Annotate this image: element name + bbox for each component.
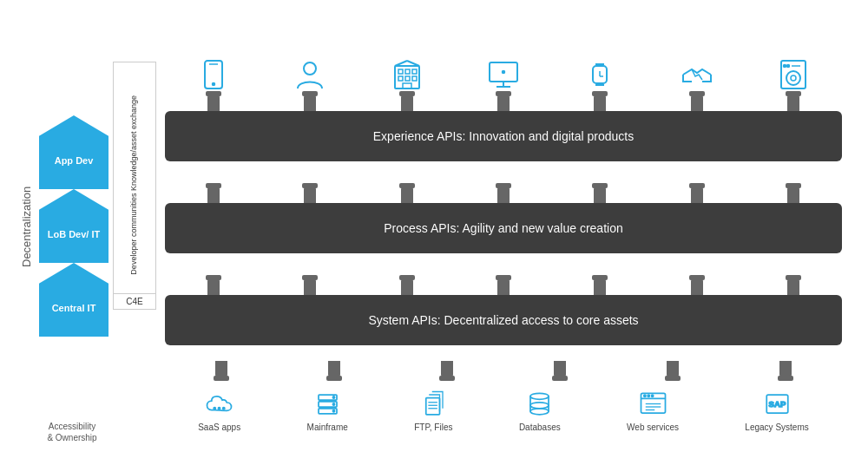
ftp-icon-item: FTP, Files: [414, 389, 452, 432]
connector: [497, 187, 510, 203]
svg-rect-10: [412, 76, 417, 81]
connector-bottom: [779, 361, 792, 377]
monitor-icon-item: [486, 57, 521, 92]
connector-bottom: [554, 361, 566, 377]
experience-api-bar: Experience APIs: Innovation and digital …: [165, 111, 842, 161]
connector: [787, 279, 799, 295]
connector: [207, 279, 220, 295]
svg-point-44: [530, 408, 549, 414]
dev-exchange-column: Developer communities Knowledge/asset ex…: [113, 62, 156, 309]
process-api-label: Process APIs: Agility and new value crea…: [384, 221, 622, 235]
bottom-section: SaaS apps Mainframe: [156, 361, 851, 439]
bottom-icons-row: SaaS apps Mainframe: [156, 380, 851, 439]
arrows-column: App Dev LoB Dev/ IT Central IT Accessibi…: [35, 14, 113, 439]
svg-point-31: [223, 407, 226, 409]
top-connectors-experience: [165, 92, 842, 111]
system-api-layer: System APIs: Decentralized access to cor…: [165, 276, 842, 361]
svg-point-25: [791, 75, 796, 81]
experience-api-layer: Experience APIs: Innovation and digital …: [165, 92, 842, 177]
system-api-bar: System APIs: Decentralized access to cor…: [165, 295, 842, 345]
svg-rect-5: [398, 69, 403, 74]
connector: [497, 95, 510, 111]
connector: [207, 95, 220, 111]
web-services-icon-item: Web services: [627, 389, 679, 432]
svg-point-36: [332, 403, 335, 405]
saas-icon-item: SaaS apps: [198, 389, 240, 432]
svg-rect-7: [412, 69, 417, 74]
saas-label: SaaS apps: [198, 423, 240, 432]
ftp-label: FTP, Files: [414, 423, 452, 432]
web-services-label: Web services: [627, 423, 679, 432]
system-api-label: System APIs: Decentralized access to cor…: [368, 313, 638, 327]
svg-point-24: [786, 71, 800, 85]
main-content: Experience APIs: Innovation and digital …: [156, 14, 851, 439]
central-it-label: Central IT: [52, 285, 96, 314]
svg-point-47: [643, 395, 646, 397]
svg-rect-9: [405, 76, 410, 81]
user-icon: [293, 57, 327, 92]
handshake-icon: [680, 57, 714, 92]
connector: [691, 279, 703, 295]
watch-icon: [582, 57, 617, 92]
connector: [497, 279, 510, 295]
svg-point-49: [651, 395, 654, 397]
connector: [787, 187, 799, 203]
connector-bottom: [667, 361, 679, 377]
databases-label: Databases: [519, 423, 561, 432]
svg-rect-8: [398, 76, 403, 81]
top-connectors-system: [165, 276, 842, 295]
building-icon: [390, 57, 424, 92]
experience-api-label: Experience APIs: Innovation and digital …: [373, 129, 634, 143]
svg-text:SAP: SAP: [768, 399, 786, 409]
arrow-lob-dev: LoB Dev/ IT: [39, 191, 108, 263]
layers-section: Experience APIs: Innovation and digital …: [156, 92, 851, 361]
connector: [401, 279, 413, 295]
watch-icon-item: [582, 57, 617, 92]
connector: [207, 187, 220, 203]
connector: [304, 187, 316, 203]
user-icon-item: [293, 57, 327, 92]
svg-point-26: [784, 64, 786, 67]
lob-dev-label: LoB Dev/ IT: [48, 212, 101, 240]
svg-point-35: [332, 396, 335, 398]
svg-rect-38: [426, 397, 440, 414]
building-icon-item: [390, 57, 424, 92]
databases-icon-item: Databases: [519, 389, 561, 432]
connector: [594, 95, 606, 111]
svg-rect-6: [405, 69, 410, 74]
handshake-icon-item: [680, 57, 714, 92]
process-api-layer: Process APIs: Agility and new value crea…: [165, 184, 842, 269]
mobile-device-icon-item: [196, 57, 231, 92]
svg-point-17: [502, 70, 504, 73]
svg-point-42: [530, 393, 549, 399]
accessibility-label: Accessibility& Ownership: [33, 421, 111, 443]
process-api-bar: Process APIs: Agility and new value crea…: [165, 203, 842, 253]
mainframe-label: Mainframe: [307, 423, 348, 432]
monitor-icon: [486, 57, 521, 92]
legacy-icon-item: SAP Legacy Systems: [745, 389, 808, 432]
washer-icon-item: [776, 57, 811, 92]
connector: [691, 95, 703, 111]
ftp-files-icon: [418, 389, 449, 419]
mainframe-icon-item: Mainframe: [307, 389, 348, 432]
app-dev-label: App Dev: [55, 138, 94, 167]
svg-point-30: [218, 407, 220, 409]
svg-point-37: [332, 409, 335, 412]
decentralization-label: Decentralization: [17, 14, 35, 439]
connector-bottom: [328, 361, 340, 377]
mainframe-icon: [312, 389, 343, 419]
connector: [304, 279, 316, 295]
svg-point-2: [212, 82, 214, 85]
c4e-label: C4E: [113, 293, 156, 310]
connector: [594, 279, 606, 295]
bottom-connectors-row: [156, 361, 851, 380]
top-icons-row: [156, 14, 851, 92]
washer-icon: [776, 57, 811, 92]
svg-point-43: [530, 402, 549, 408]
svg-point-3: [304, 62, 316, 75]
connector: [401, 95, 413, 111]
connector: [691, 187, 703, 203]
arrow-central-it: Central IT: [39, 265, 108, 337]
svg-point-27: [787, 64, 790, 67]
connector: [401, 187, 413, 203]
